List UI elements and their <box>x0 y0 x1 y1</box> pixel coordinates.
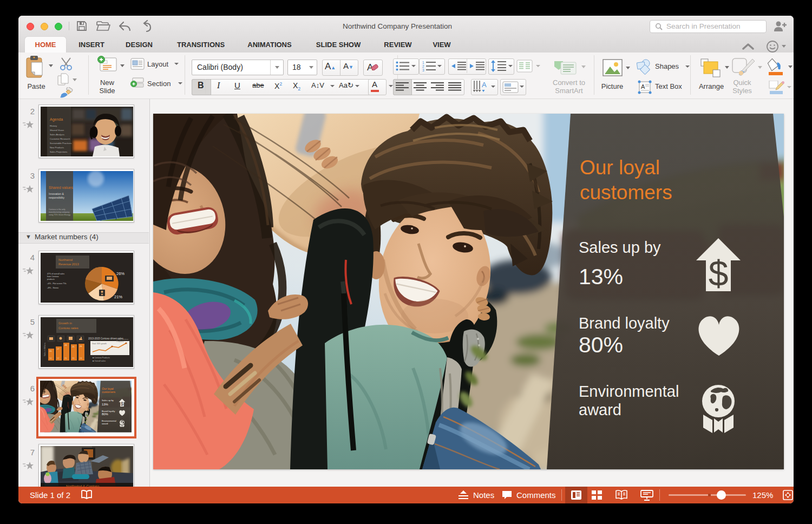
svg-text:Goal: 30% growth: Goal: 30% growth <box>92 343 107 345</box>
svg-text:12: 12 <box>57 357 60 359</box>
svg-text:New Products: New Products <box>50 146 64 149</box>
svg-text:26: 26 <box>80 345 82 348</box>
svg-text:3: 3 <box>422 68 424 71</box>
svg-text:Products: Products <box>116 340 124 343</box>
svg-text:10: 10 <box>49 357 52 359</box>
svg-text:using 75% Green Energy: using 75% Green Energy <box>49 214 70 216</box>
svg-text:products: products <box>47 278 55 280</box>
svg-text:Growth in: Growth in <box>58 322 72 325</box>
svg-text:A: A <box>482 81 487 89</box>
svg-text:responsibility: responsibility <box>49 196 64 199</box>
svg-text:■ Overall sales: ■ Overall sales <box>93 360 106 362</box>
svg-text:from Contoso: from Contoso <box>47 276 59 278</box>
svg-text:Revenue 2013: Revenue 2013 <box>58 263 79 266</box>
svg-text:Innovation &: Innovation & <box>49 192 64 195</box>
svg-text:Shared Vision: Shared Vision <box>50 129 64 132</box>
svg-text:20: 20 <box>64 357 67 359</box>
svg-text:Sustainable Practices: Sustainable Practices <box>50 142 71 145</box>
svg-text:Agenda: Agenda <box>50 117 63 122</box>
svg-text:Sales Projections: Sales Projections <box>50 150 67 153</box>
svg-text:History: History <box>50 125 57 127</box>
svg-text:26%: 26% <box>116 271 125 276</box>
svg-text:47% of overall sales: 47% of overall sales <box>47 273 64 275</box>
svg-text:Sales Analysis: Sales Analysis <box>50 133 64 136</box>
svg-text:+8% - Stereo: +8% - Stereo <box>47 287 58 289</box>
svg-text:20: 20 <box>72 357 75 359</box>
svg-text:2: 2 <box>422 64 424 68</box>
svg-text:28: 28 <box>64 344 67 346</box>
svg-text:manufacturing company: manufacturing company <box>49 211 70 213</box>
svg-text:25: 25 <box>72 345 75 348</box>
svg-text:21%: 21% <box>114 294 122 299</box>
svg-text:A: A <box>641 83 645 90</box>
svg-text:15: 15 <box>49 350 52 352</box>
svg-text:17: 17 <box>57 348 60 350</box>
svg-text:Sales in Millions: Sales in Millions <box>44 343 46 356</box>
svg-text:Contoso sales: Contoso sales <box>58 326 78 330</box>
svg-text:24: 24 <box>80 357 82 359</box>
svg-text:1: 1 <box>422 61 424 64</box>
svg-text:Contoso is the only: Contoso is the only <box>49 208 66 211</box>
svg-text:Customer Research: Customer Research <box>50 137 70 140</box>
svg-text:Northwind: Northwind <box>58 258 73 261</box>
svg-text:+6% - Flat screen TVs: +6% - Flat screen TVs <box>47 283 67 285</box>
svg-text:Shared values: Shared values <box>49 186 73 189</box>
svg-text:■ Contoso Products: ■ Contoso Products <box>93 357 110 359</box>
